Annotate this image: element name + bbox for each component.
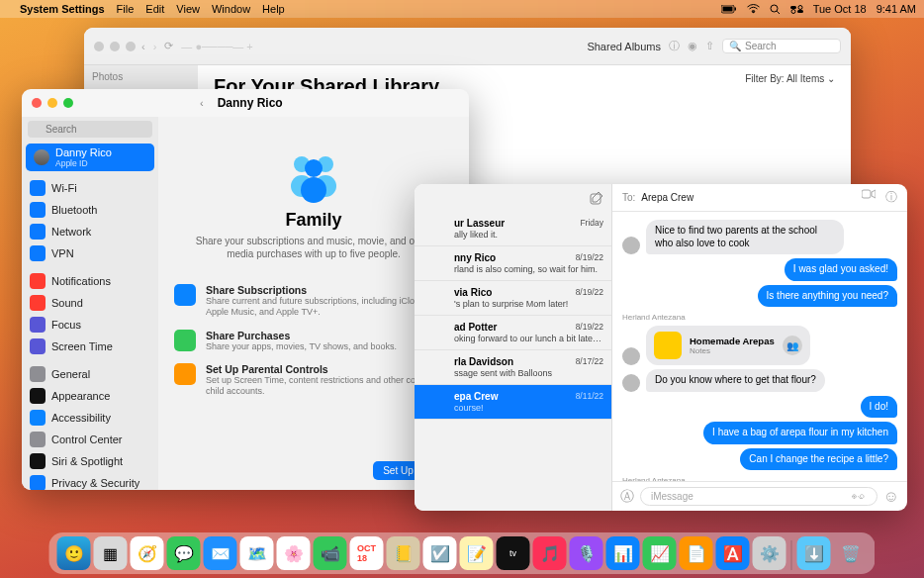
svg-rect-7 [797,10,803,13]
dock-keynote[interactable]: 📊 [606,536,640,570]
dock-mail[interactable]: ✉️ [204,536,237,570]
sidebar-item-label: Siri & Spotlight [51,455,123,467]
conversation-preview: 's plan to surprise Mom later! [454,299,603,309]
dock-separator [791,540,792,570]
dock-appstore[interactable]: 🅰️ [716,536,750,570]
emoji-icon[interactable]: ☺ [883,488,899,506]
conversation-row[interactable]: ad Potter8/19/22oking forward to our lun… [415,316,611,350]
sidebar-item-focus[interactable]: Focus [22,314,158,336]
apps-icon[interactable]: Ⓐ [620,488,634,506]
family-title: Family [174,210,453,231]
dock-pages[interactable]: 📄 [680,536,713,570]
dock-maps[interactable]: 🗺️ [240,536,274,570]
info-icon[interactable]: ⓘ [885,189,897,206]
settings-search[interactable] [28,121,152,138]
conversation-row[interactable]: epa Crew8/11/22course! [415,385,611,420]
photos-search[interactable]: 🔍 Search [722,39,841,53]
dock-facetime[interactable]: 📹 [314,536,347,570]
sidebar-item-general[interactable]: General [22,363,158,385]
menubar-date[interactable]: Tue Oct 18 [813,3,867,15]
people-icon[interactable]: ◉ [688,40,697,52]
search-input[interactable] [28,121,152,138]
rotate-icon[interactable]: ⟳ [164,40,173,52]
dock-numbers[interactable]: 📈 [643,536,677,570]
sidebar-item-vpn[interactable]: VPN [22,242,158,264]
dock-notes[interactable]: 📝 [460,536,494,570]
conversation-row[interactable]: ur LasseurFridayally liked it. [415,212,611,246]
svg-rect-1 [722,6,732,11]
wifi-icon[interactable] [747,4,760,14]
menubar-time[interactable]: 9:41 AM [877,3,916,15]
dock-photos[interactable]: 🌸 [277,536,311,570]
forward-button[interactable]: › [153,41,157,52]
voice-icon[interactable]: ◉꩜ [852,491,867,502]
sidebar-item-notifications[interactable]: Notifications [22,270,158,292]
menu-edit[interactable]: Edit [145,3,164,15]
sidebar-item-bluetooth[interactable]: Bluetooth [22,199,158,221]
sidebar-item-privacy-security[interactable]: Privacy & Security [22,472,158,490]
sidebar-item-sound[interactable]: Sound [22,292,158,314]
svg-rect-2 [734,7,736,10]
facetime-icon[interactable] [862,189,876,206]
info-icon[interactable]: ⓘ [669,39,680,53]
settings-sidebar: Danny RicoApple ID Wi-FiBluetoothNetwork… [22,117,158,490]
dock: 🙂 ▦ 🧭 💬 ✉️ 🗺️ 🌸 📹 OCT18 📒 ☑️ 📝 tv 🎵 🎙️ 📊… [49,532,876,574]
dock-music[interactable]: 🎵 [533,536,567,570]
sidebar-item-siri-spotlight[interactable]: Siri & Spotlight [22,450,158,472]
conversation-row[interactable]: via Rico8/19/22's plan to surprise Mom l… [415,281,611,316]
share-icon[interactable]: ⇧ [705,40,714,52]
back-button[interactable]: ‹ [141,41,145,52]
sidebar-item-appearance[interactable]: Appearance [22,385,158,407]
sidebar-icon [30,224,46,240]
sidebar-item-wi-fi[interactable]: Wi-Fi [22,177,158,199]
menu-window[interactable]: Window [212,3,250,15]
menu-view[interactable]: View [176,3,200,15]
feature-desc: Share your apps, movies, TV shows, and b… [206,341,397,352]
minimize-button[interactable] [47,98,57,108]
dock-podcasts[interactable]: 🎙️ [570,536,603,570]
conversation-name: rla Davidson [454,356,513,367]
dock-safari[interactable]: 🧭 [131,536,164,570]
dock-tv[interactable]: tv [497,536,530,570]
message-input-bar: Ⓐ iMessage ◉꩜ ☺ [612,481,907,511]
dock-messages[interactable]: 💬 [167,536,201,570]
sidebar-item-screen-time[interactable]: Screen Time [22,336,158,357]
dock-reminders[interactable]: ☑️ [423,536,457,570]
compose-icon[interactable] [590,191,603,205]
control-center-icon[interactable] [790,5,803,14]
close-button[interactable] [94,42,104,51]
dock-contacts[interactable]: 📒 [387,536,420,570]
dock-finder[interactable]: 🙂 [57,536,91,570]
filter-dropdown[interactable]: Filter By: All Items ⌄ [745,73,835,84]
back-button[interactable]: ‹ [200,97,204,109]
menu-help[interactable]: Help [262,3,285,15]
sidebar-item-appleid[interactable]: Danny RicoApple ID [26,144,154,171]
breadcrumb: Danny Rico [218,96,283,110]
app-menu[interactable]: System Settings [20,3,105,15]
zoom-button[interactable] [126,42,136,51]
dock-calendar[interactable]: OCT18 [350,536,384,570]
dock-trash[interactable]: 🗑️ [834,536,868,570]
svg-point-8 [798,5,802,9]
conversation-row[interactable]: rla Davidson8/17/22ssage sent with Ballo… [415,350,611,385]
dock-launchpad[interactable]: ▦ [94,536,128,570]
sidebar-item-label: General [51,368,90,380]
dock-settings[interactable]: ⚙️ [753,536,786,570]
spotlight-icon[interactable] [770,4,781,15]
battery-icon[interactable] [721,5,737,14]
zoom-button[interactable] [63,98,73,108]
attachment-sub: Notes [690,346,775,355]
menu-file[interactable]: File [117,3,135,15]
sidebar-item-network[interactable]: Network [22,221,158,242]
sidebar-item-accessibility[interactable]: Accessibility [22,407,158,429]
sidebar-icon [30,388,46,404]
sidebar-item-label: Screen Time [51,340,113,352]
dock-downloads[interactable]: ⬇️ [797,536,831,570]
message-input[interactable]: iMessage ◉꩜ [640,487,878,506]
conversation-row[interactable]: nny Rico8/19/22rland is also coming, so … [415,246,611,281]
message-thread[interactable]: Nice to find two parents at the school w… [612,212,907,481]
sidebar-item-control-center[interactable]: Control Center [22,429,158,450]
attachment-card[interactable]: Homemade Arepas Notes 👥 [646,326,810,365]
minimize-button[interactable] [110,42,120,51]
close-button[interactable] [32,98,42,108]
